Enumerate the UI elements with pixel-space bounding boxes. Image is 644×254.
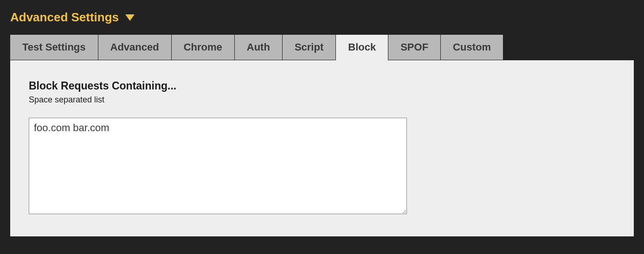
block-panel: Block Requests Containing... Space separ… — [10, 60, 634, 236]
tab-advanced[interactable]: Advanced — [98, 35, 172, 60]
advanced-settings-header[interactable]: Advanced Settings — [10, 10, 634, 25]
tab-block[interactable]: Block — [336, 35, 388, 60]
chevron-down-icon — [125, 14, 135, 21]
tab-spof[interactable]: SPOF — [388, 35, 441, 60]
tabs-container: Test Settings Advanced Chrome Auth Scrip… — [10, 35, 634, 60]
tab-auth[interactable]: Auth — [235, 35, 283, 60]
tab-test-settings[interactable]: Test Settings — [10, 35, 98, 60]
block-subtitle: Space separated list — [29, 95, 615, 105]
tab-script[interactable]: Script — [283, 35, 336, 60]
header-title: Advanced Settings — [10, 10, 119, 25]
block-list-textarea[interactable] — [29, 118, 407, 214]
block-heading: Block Requests Containing... — [29, 80, 615, 92]
tab-chrome[interactable]: Chrome — [172, 35, 235, 60]
tab-custom[interactable]: Custom — [441, 35, 503, 60]
